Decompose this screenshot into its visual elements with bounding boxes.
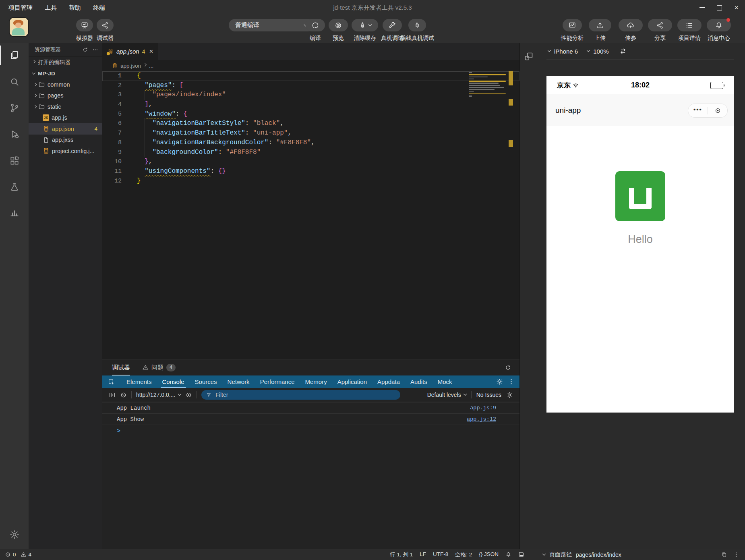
errors-icon[interactable] <box>5 552 11 558</box>
menu-3[interactable]: 帮助 <box>63 0 87 15</box>
perf-button[interactable]: 性能分析 <box>563 19 582 31</box>
log-levels-dropdown[interactable]: Default levels <box>427 392 466 398</box>
activity-search-icon[interactable] <box>0 72 29 91</box>
refresh-icon[interactable] <box>82 47 88 53</box>
activity-test-icon[interactable] <box>0 177 29 197</box>
devtools-tab-memory[interactable]: Memory <box>300 375 332 388</box>
rotate-icon[interactable] <box>619 47 627 55</box>
console-prompt[interactable]: > <box>102 425 519 435</box>
activity-analytics-icon[interactable] <box>0 203 29 222</box>
breadcrumb-rest[interactable]: ... <box>149 63 153 69</box>
tab-debugger[interactable]: 调试器 <box>112 359 130 375</box>
kebab-menu-icon[interactable] <box>508 378 515 385</box>
tree-item-app-json[interactable]: app.json4 <box>29 123 102 135</box>
issues-counter[interactable]: No Issues <box>476 392 501 398</box>
debugger-panel: 调试器 问题 4 ElementsConsoleSourcesNetworkPe… <box>102 359 519 549</box>
status-item-3[interactable]: UTF-8 <box>433 551 448 558</box>
refresh-icon[interactable] <box>505 364 511 371</box>
console-settings-icon[interactable] <box>506 392 513 398</box>
tree-item-static[interactable]: static <box>29 101 102 112</box>
simulator-panel: iPhone 6 100% 京东 18:02 uni-app ••• <box>537 43 745 549</box>
clear-console-icon[interactable] <box>120 392 127 398</box>
remote-debug-button[interactable]: 真机调试 <box>383 19 402 31</box>
errors-count[interactable]: 0 <box>13 552 16 558</box>
usb-debug-button[interactable]: 插线真机调试 <box>408 19 426 31</box>
warnings-icon[interactable] <box>21 552 27 558</box>
devtools-settings-icon[interactable] <box>496 378 503 385</box>
warnings-count[interactable]: 4 <box>29 552 32 558</box>
devtools-tab-performance[interactable]: Performance <box>255 375 300 388</box>
debugger-button[interactable]: 调试器 <box>97 19 114 31</box>
devtools-tab-appdata[interactable]: Appdata <box>372 375 405 388</box>
activity-extensions-icon[interactable] <box>0 151 29 170</box>
close-tab-icon[interactable]: × <box>149 48 153 56</box>
minimize-button[interactable] <box>699 7 705 8</box>
inspect-element-icon[interactable] <box>102 375 121 388</box>
status-item-1[interactable]: 行 1, 列 1 <box>390 551 413 558</box>
console-source-link[interactable]: app.js:12 <box>467 416 496 422</box>
tab-app-json[interactable]: app.json 4 × <box>102 43 158 60</box>
menu-4[interactable]: 终端 <box>87 0 111 15</box>
devtools-tab-mock[interactable]: Mock <box>433 375 457 388</box>
line-number: 8 <box>102 138 122 148</box>
zoom-selector[interactable]: 100% <box>593 48 608 55</box>
devtools-tab-console[interactable]: Console <box>157 375 190 388</box>
close-button[interactable]: × <box>734 4 739 11</box>
context-selector[interactable]: http://127.0.0.... <box>136 392 181 398</box>
more-actions-icon[interactable] <box>92 47 98 53</box>
devtools-tab-audits[interactable]: Audits <box>405 375 433 388</box>
simulator-icon <box>81 21 89 29</box>
minimap[interactable] <box>469 72 506 98</box>
tree-item-app-js[interactable]: JSapp.js <box>29 112 102 124</box>
devtools-tab-application[interactable]: Application <box>332 375 372 388</box>
menu-1[interactable]: 项目管理 <box>2 0 39 15</box>
status-item-4[interactable]: 空格: 2 <box>455 551 472 558</box>
open-editors-section[interactable]: 打开的编辑器 <box>29 56 102 68</box>
activity-source-control-icon[interactable] <box>0 98 29 118</box>
console-sidebar-icon[interactable] <box>109 392 116 398</box>
activity-debug-icon[interactable] <box>0 124 29 144</box>
devtools-tab-network[interactable]: Network <box>222 375 255 388</box>
message-button[interactable]: 消息中心 <box>707 19 731 31</box>
tree-item-app-jxss[interactable]: app.jxss <box>29 135 102 146</box>
detail-button[interactable]: 项目详情 <box>677 19 702 31</box>
share-button[interactable]: 分享 <box>648 19 672 31</box>
tree-item-pages[interactable]: pages <box>29 90 102 102</box>
upload-button[interactable]: 上传 <box>589 19 611 31</box>
panel-layout-icon[interactable] <box>518 552 524 558</box>
devtools-tab-elements[interactable]: Elements <box>121 375 157 388</box>
status-item-2[interactable]: LF <box>420 551 426 558</box>
status-item-5[interactable]: {} JSON <box>479 551 499 558</box>
breadcrumb-file[interactable]: app.json <box>120 63 141 69</box>
avatar[interactable] <box>9 17 29 37</box>
console-filter[interactable] <box>201 390 400 400</box>
project-root-row[interactable]: MP-JD <box>29 68 102 79</box>
params-button[interactable]: 传参 <box>619 19 643 31</box>
console-source-link[interactable]: app.js:9 <box>470 405 496 411</box>
clear-cache-button[interactable]: 清除缓存 <box>352 19 378 31</box>
activity-settings-icon[interactable] <box>0 525 29 544</box>
compile-button[interactable]: 编译 <box>306 19 325 31</box>
compile-mode-dropdown[interactable]: 普通编译 <box>229 19 314 31</box>
filter-input[interactable] <box>215 391 395 398</box>
simulator-button[interactable]: 模拟器 <box>76 19 93 31</box>
folder-icon <box>38 92 45 99</box>
copy-icon[interactable] <box>721 552 727 558</box>
tab-problems[interactable]: 问题 4 <box>142 359 176 375</box>
breadcrumb[interactable]: app.json ... <box>102 60 519 71</box>
code-area[interactable]: 1{2 "pages": [3 "pages/index/index"4 ],5… <box>102 71 519 359</box>
tree-item-project-config-j-[interactable]: project.config.j... <box>29 145 102 157</box>
kebab-menu-icon[interactable] <box>733 552 739 558</box>
preview-button[interactable]: 预览 <box>329 19 348 31</box>
live-expression-icon[interactable] <box>185 392 192 398</box>
layout-icon[interactable] <box>524 52 534 61</box>
menu-2[interactable]: 工具 <box>39 0 63 15</box>
tree-item-common[interactable]: common <box>29 79 102 90</box>
home-button[interactable] <box>708 107 727 114</box>
notifications-bell-icon[interactable] <box>505 552 511 558</box>
devtools-tab-sources[interactable]: Sources <box>190 375 222 388</box>
device-selector[interactable]: iPhone 6 <box>554 48 578 55</box>
page-path-value[interactable]: pages/index/index <box>576 552 621 558</box>
activity-explorer-icon[interactable] <box>0 46 29 65</box>
maximize-button[interactable] <box>717 5 722 10</box>
